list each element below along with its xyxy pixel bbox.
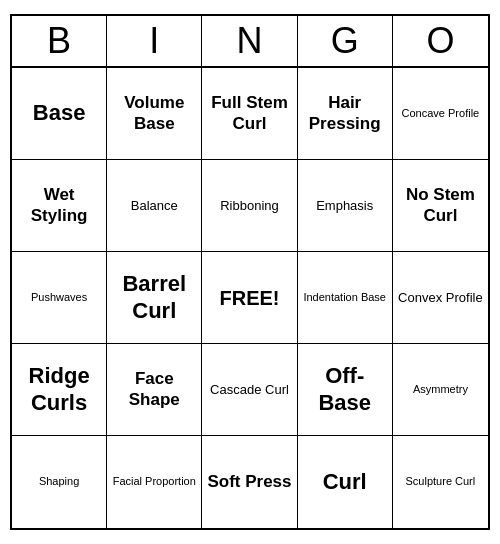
bingo-cell-r1-c3[interactable]: Emphasis xyxy=(298,160,393,252)
bingo-cell-r3-c0[interactable]: Ridge Curls xyxy=(12,344,107,436)
bingo-cell-r1-c1[interactable]: Balance xyxy=(107,160,202,252)
header-letter-n: N xyxy=(202,16,297,66)
bingo-cell-r3-c1[interactable]: Face Shape xyxy=(107,344,202,436)
bingo-cell-r4-c3[interactable]: Curl xyxy=(298,436,393,528)
header-letter-o: O xyxy=(393,16,488,66)
bingo-cell-r2-c3[interactable]: Indentation Base xyxy=(298,252,393,344)
bingo-grid: BaseVolume BaseFull Stem CurlHair Pressi… xyxy=(12,68,488,528)
bingo-cell-r3-c4[interactable]: Asymmetry xyxy=(393,344,488,436)
bingo-cell-r0-c4[interactable]: Concave Profile xyxy=(393,68,488,160)
bingo-cell-r0-c3[interactable]: Hair Pressing xyxy=(298,68,393,160)
bingo-cell-r4-c4[interactable]: Sculpture Curl xyxy=(393,436,488,528)
bingo-card: BINGO BaseVolume BaseFull Stem CurlHair … xyxy=(10,14,490,530)
bingo-cell-r4-c1[interactable]: Facial Proportion xyxy=(107,436,202,528)
bingo-cell-r2-c2[interactable]: FREE! xyxy=(202,252,297,344)
bingo-header: BINGO xyxy=(12,16,488,68)
bingo-cell-r0-c0[interactable]: Base xyxy=(12,68,107,160)
header-letter-b: B xyxy=(12,16,107,66)
header-letter-i: I xyxy=(107,16,202,66)
bingo-cell-r2-c1[interactable]: Barrel Curl xyxy=(107,252,202,344)
bingo-cell-r1-c0[interactable]: Wet Styling xyxy=(12,160,107,252)
bingo-cell-r3-c3[interactable]: Off-Base xyxy=(298,344,393,436)
bingo-cell-r0-c1[interactable]: Volume Base xyxy=(107,68,202,160)
bingo-cell-r1-c2[interactable]: Ribboning xyxy=(202,160,297,252)
header-letter-g: G xyxy=(298,16,393,66)
bingo-cell-r3-c2[interactable]: Cascade Curl xyxy=(202,344,297,436)
bingo-cell-r4-c2[interactable]: Soft Press xyxy=(202,436,297,528)
bingo-cell-r2-c0[interactable]: Pushwaves xyxy=(12,252,107,344)
bingo-cell-r0-c2[interactable]: Full Stem Curl xyxy=(202,68,297,160)
bingo-cell-r4-c0[interactable]: Shaping xyxy=(12,436,107,528)
bingo-cell-r2-c4[interactable]: Convex Profile xyxy=(393,252,488,344)
bingo-cell-r1-c4[interactable]: No Stem Curl xyxy=(393,160,488,252)
